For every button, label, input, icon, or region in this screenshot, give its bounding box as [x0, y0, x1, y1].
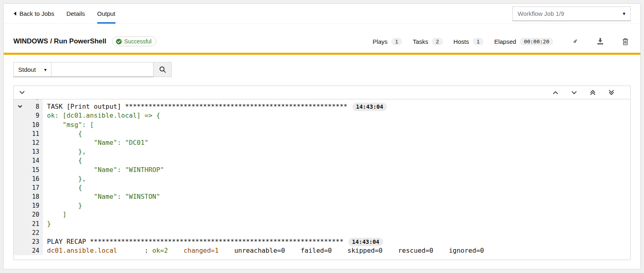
- line-segment: unreachable=0 failed=0 skipped=0 rescued…: [219, 247, 484, 254]
- line-content: }: [43, 201, 82, 210]
- status-label: Successful: [124, 38, 152, 45]
- line-segment: ok: [dc01.ansible.local] => {: [47, 112, 160, 119]
- timestamp-badge: 14:43:04: [352, 103, 387, 111]
- line-number: 14: [26, 156, 43, 165]
- line-number: 10: [26, 120, 43, 129]
- console-line: 24dc01.ansible.local : ok=2 changed=1 un…: [14, 246, 630, 255]
- job-output-page: Back to Jobs Details Output Workflow Job…: [3, 3, 641, 269]
- search-input[interactable]: [51, 62, 154, 77]
- search-icon: [159, 66, 166, 73]
- line-content: TASK [Print output] ********************…: [43, 102, 387, 111]
- line-number: 16: [26, 174, 43, 183]
- line-number: 17: [26, 183, 43, 192]
- console-output: 78TASK [Print output] ******************…: [14, 99, 630, 255]
- line-segment: changed=1: [183, 247, 219, 254]
- check-circle-icon: [116, 39, 122, 45]
- line-segment: },: [47, 175, 86, 183]
- line-segment: "Name": "WINTHROP": [47, 166, 164, 174]
- timestamp-badge: 14:43:04: [348, 238, 383, 246]
- back-to-jobs-label: Back to Jobs: [19, 10, 54, 17]
- stat-hosts: Hosts1: [454, 38, 484, 45]
- tab-bar: Back to Jobs Details Output Workflow Job…: [4, 4, 640, 24]
- line-gutter: 15: [14, 166, 43, 174]
- console-line: 18 "Name": "WINSTON": [14, 192, 630, 201]
- back-to-jobs-link[interactable]: Back to Jobs: [13, 4, 54, 24]
- chevron-up-icon[interactable]: [553, 91, 558, 95]
- line-number: 8: [26, 102, 43, 111]
- job-actions: [571, 38, 629, 45]
- console-viewport[interactable]: 78TASK [Print output] ******************…: [14, 99, 630, 260]
- job-header: WINDOWS / Run PowerShell Successful Play…: [4, 32, 640, 51]
- line-gutter: 11: [14, 129, 43, 138]
- line-number: 18: [26, 192, 43, 201]
- console-line: 19 }: [14, 201, 630, 210]
- line-segment: PLAY RECAP *****************************…: [47, 238, 343, 245]
- chevron-down-icon: ▾: [623, 11, 625, 17]
- line-gutter: 13: [14, 147, 43, 156]
- line-content: {: [43, 156, 82, 165]
- workflow-job-select[interactable]: Workflow Job 1/9 ▾: [512, 6, 631, 21]
- download-icon[interactable]: [597, 38, 604, 45]
- trash-icon[interactable]: [622, 38, 629, 45]
- line-segment: }: [47, 220, 51, 228]
- job-status-bar: [4, 53, 640, 55]
- line-number: 7: [26, 99, 43, 102]
- line-gutter: 21: [14, 219, 43, 228]
- search-button[interactable]: [154, 62, 172, 77]
- console-line: 8TASK [Print output] *******************…: [14, 102, 630, 111]
- line-gutter: 23: [14, 237, 43, 246]
- chevron-down-icon[interactable]: [571, 91, 577, 95]
- line-content: [43, 228, 47, 237]
- line-segment: }: [47, 202, 82, 209]
- tab-details[interactable]: Details: [66, 4, 85, 24]
- line-segment: "Name": "WINSTON": [47, 193, 160, 200]
- line-segment: TASK [Print output] ********************…: [47, 103, 348, 110]
- status-badge[interactable]: Successful: [112, 37, 157, 46]
- line-gutter: 22: [14, 228, 43, 237]
- double-chevron-down-icon[interactable]: [609, 90, 614, 95]
- line-gutter: 18: [14, 192, 43, 201]
- console-line: 22: [14, 228, 630, 237]
- line-gutter: 8: [14, 102, 43, 111]
- line-number: 11: [26, 129, 43, 138]
- console-line: 12 "Name": "DC01": [14, 138, 630, 147]
- stat-label: Plays: [373, 38, 388, 45]
- tab-output[interactable]: Output: [97, 4, 115, 24]
- console-line: 15 "Name": "WINTHROP": [14, 166, 630, 174]
- double-chevron-up-icon[interactable]: [590, 90, 595, 95]
- line-segment: {: [47, 130, 82, 138]
- line-gutter: 7: [14, 99, 43, 102]
- line-content: {: [43, 129, 82, 138]
- line-expander-chevron-icon[interactable]: [14, 105, 26, 108]
- console-line: 13 },: [14, 147, 630, 156]
- console-line: 14 {: [14, 156, 630, 165]
- rocket-icon[interactable]: [571, 38, 579, 45]
- line-gutter: 16: [14, 174, 43, 183]
- workflow-job-select-value: Workflow Job 1/9: [518, 10, 564, 17]
- page-title: WINDOWS / Run PowerShell: [13, 37, 107, 45]
- console-line: 17 {: [14, 183, 630, 192]
- stat-label: Elapsed: [494, 38, 516, 45]
- line-gutter: 12: [14, 138, 43, 147]
- line-gutter: 19: [14, 201, 43, 210]
- stat-value-badge: 1: [391, 38, 402, 45]
- line-number: 23: [26, 237, 43, 246]
- line-number: 13: [26, 147, 43, 156]
- collapse-all-chevron-icon[interactable]: [19, 91, 25, 95]
- line-content: "Name": "WINTHROP": [43, 166, 164, 174]
- line-content: ]: [43, 210, 66, 219]
- stdout-filter-select[interactable]: Stdout ▾: [13, 62, 51, 77]
- stat-plays: Plays1: [373, 38, 402, 45]
- line-number: 20: [26, 210, 43, 219]
- chevron-down-icon: ▾: [44, 67, 47, 73]
- line-segment: {: [47, 184, 82, 191]
- line-number: 9: [26, 111, 43, 120]
- line-gutter: 14: [14, 156, 43, 165]
- stat-value-badge: 00:00:20: [520, 38, 553, 45]
- stat-elapsed: Elapsed00:00:20: [494, 38, 553, 45]
- stat-label: Tasks: [413, 38, 428, 45]
- output-toolbar: Stdout ▾: [4, 62, 640, 77]
- console-line: 23PLAY RECAP ***************************…: [14, 237, 630, 246]
- line-gutter: 9: [14, 111, 43, 120]
- line-segment: dc01.ansible.local: [47, 247, 117, 254]
